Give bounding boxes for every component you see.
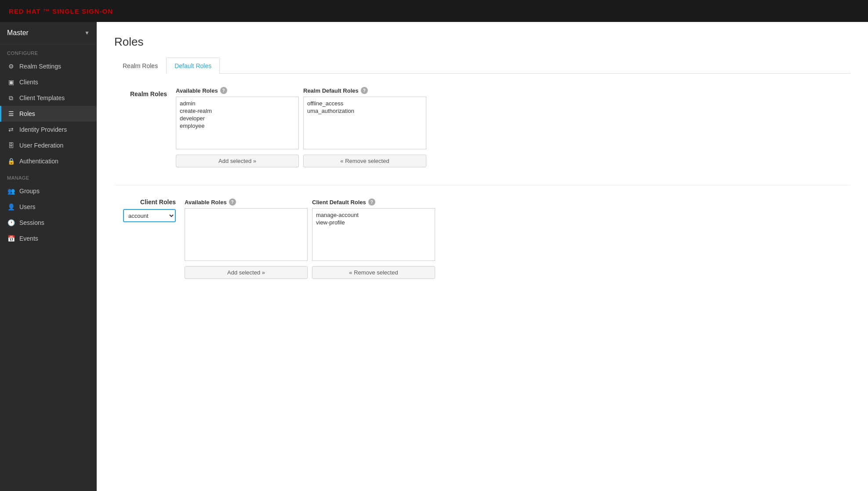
realm-default-roles-column: Realm Default Roles ? offline_access uma… bbox=[303, 87, 426, 167]
sidebar-item-label: Roles bbox=[19, 110, 35, 117]
client-add-selected-button[interactable]: Add selected » bbox=[185, 266, 308, 279]
client-roles-section: Client Roles account broker realm-manage… bbox=[114, 199, 850, 279]
list-item[interactable]: create-realm bbox=[180, 107, 295, 115]
tabs: Realm Roles Default Roles bbox=[114, 58, 850, 74]
users-icon: 👤 bbox=[7, 203, 15, 211]
realm-default-help-icon[interactable]: ? bbox=[361, 87, 368, 94]
manage-section-label: Manage bbox=[0, 169, 97, 183]
realm-roles-label: Realm Roles bbox=[114, 87, 167, 97]
brand-separator: ™ bbox=[43, 7, 52, 15]
client-remove-selected-button[interactable]: « Remove selected bbox=[312, 266, 435, 279]
client-templates-icon: ⧉ bbox=[7, 94, 15, 102]
sidebar-item-user-federation[interactable]: 🗄 User Federation bbox=[0, 137, 97, 153]
realm-remove-selected-button[interactable]: « Remove selected bbox=[303, 155, 426, 167]
list-item[interactable]: employee bbox=[180, 122, 295, 130]
brand-title: RED HAT ™ SINGLE SIGN-ON bbox=[9, 7, 113, 15]
sidebar-item-clients[interactable]: ▣ Clients bbox=[0, 74, 97, 90]
sidebar-item-label: Sessions bbox=[19, 219, 44, 226]
section-divider bbox=[114, 185, 850, 185]
sidebar-item-identity-providers[interactable]: ⇄ Identity Providers bbox=[0, 122, 97, 137]
sidebar-item-label: Realm Settings bbox=[19, 63, 61, 70]
client-available-roles-label: Available Roles ? bbox=[185, 199, 308, 206]
client-default-roles-label: Client Default Roles ? bbox=[312, 199, 435, 206]
list-item[interactable]: offline_access bbox=[307, 100, 422, 107]
sidebar-item-authentication[interactable]: 🔒 Authentication bbox=[0, 153, 97, 169]
sidebar-item-realm-settings[interactable]: ⚙ Realm Settings bbox=[0, 58, 97, 74]
client-roles-label: Client Roles bbox=[114, 199, 176, 206]
tab-default-roles[interactable]: Default Roles bbox=[166, 58, 220, 74]
realm-roles-group: Available Roles ? admin create-realm dev… bbox=[176, 87, 850, 167]
sidebar: Master ▼ Configure ⚙ Realm Settings ▣ Cl… bbox=[0, 22, 97, 491]
realm-name: Master bbox=[7, 29, 29, 37]
client-default-help-icon[interactable]: ? bbox=[368, 199, 375, 206]
client-available-roles-column: Available Roles ? Add selected » bbox=[185, 199, 308, 279]
client-default-roles-listbox[interactable]: manage-account view-profile bbox=[312, 208, 435, 261]
sidebar-item-label: Groups bbox=[19, 188, 40, 195]
realm-available-roles-listbox[interactable]: admin create-realm developer employee bbox=[176, 97, 299, 149]
sidebar-item-label: Users bbox=[19, 203, 36, 210]
sidebar-item-label: Events bbox=[19, 235, 38, 242]
realm-available-help-icon[interactable]: ? bbox=[220, 87, 227, 94]
realm-roles-section: Realm Roles Available Roles ? admin crea… bbox=[114, 87, 850, 167]
client-roles-left: Client Roles account broker realm-manage… bbox=[114, 199, 176, 222]
list-item[interactable]: uma_authorization bbox=[307, 107, 422, 115]
list-item[interactable]: developer bbox=[180, 115, 295, 122]
realm-add-selected-button[interactable]: Add selected » bbox=[176, 155, 299, 167]
realm-selector[interactable]: Master ▼ bbox=[0, 22, 97, 44]
tab-realm-roles[interactable]: Realm Roles bbox=[114, 58, 166, 74]
main-content: Roles Realm Roles Default Roles Realm Ro… bbox=[97, 22, 868, 491]
page-title: Roles bbox=[114, 35, 850, 49]
realm-dropdown-arrow: ▼ bbox=[84, 30, 90, 36]
realm-default-roles-label: Realm Default Roles ? bbox=[303, 87, 426, 94]
user-federation-icon: 🗄 bbox=[7, 141, 15, 149]
sidebar-item-label: Clients bbox=[19, 79, 38, 86]
sidebar-item-label: Identity Providers bbox=[19, 126, 67, 133]
layout: Master ▼ Configure ⚙ Realm Settings ▣ Cl… bbox=[0, 22, 868, 491]
topbar: RED HAT ™ SINGLE SIGN-ON bbox=[0, 0, 868, 22]
realm-available-roles-column: Available Roles ? admin create-realm dev… bbox=[176, 87, 299, 167]
groups-icon: 👥 bbox=[7, 187, 15, 195]
realm-settings-icon: ⚙ bbox=[7, 62, 15, 70]
brand-red: RED HAT bbox=[9, 7, 41, 15]
sidebar-item-label: Client Templates bbox=[19, 94, 65, 101]
realm-default-roles-listbox[interactable]: offline_access uma_authorization bbox=[303, 97, 426, 149]
sidebar-item-label: User Federation bbox=[19, 142, 63, 149]
sidebar-item-events[interactable]: 📅 Events bbox=[0, 231, 97, 246]
client-available-roles-listbox[interactable] bbox=[185, 208, 308, 261]
clients-icon: ▣ bbox=[7, 78, 15, 86]
sessions-icon: 🕐 bbox=[7, 219, 15, 227]
sidebar-item-client-templates[interactable]: ⧉ Client Templates bbox=[0, 90, 97, 106]
client-available-help-icon[interactable]: ? bbox=[229, 199, 236, 206]
sidebar-item-roles[interactable]: ☰ Roles bbox=[0, 106, 97, 122]
identity-providers-icon: ⇄ bbox=[7, 126, 15, 134]
sidebar-item-groups[interactable]: 👥 Groups bbox=[0, 183, 97, 199]
roles-icon: ☰ bbox=[7, 110, 15, 118]
realm-available-roles-label: Available Roles ? bbox=[176, 87, 299, 94]
list-item[interactable]: admin bbox=[180, 100, 295, 107]
sidebar-item-label: Authentication bbox=[19, 158, 58, 165]
list-item[interactable]: view-profile bbox=[316, 219, 431, 226]
events-icon: 📅 bbox=[7, 235, 15, 242]
configure-section-label: Configure bbox=[0, 44, 97, 58]
brand-product: SINGLE SIGN-ON bbox=[52, 7, 113, 15]
sidebar-item-users[interactable]: 👤 Users bbox=[0, 199, 97, 215]
list-item[interactable]: manage-account bbox=[316, 211, 431, 219]
sidebar-item-sessions[interactable]: 🕐 Sessions bbox=[0, 215, 97, 231]
client-roles-group: Available Roles ? Add selected » Client … bbox=[185, 199, 850, 279]
client-roles-select[interactable]: account broker realm-management security… bbox=[123, 209, 176, 222]
authentication-icon: 🔒 bbox=[7, 157, 15, 165]
client-default-roles-column: Client Default Roles ? manage-account vi… bbox=[312, 199, 435, 279]
